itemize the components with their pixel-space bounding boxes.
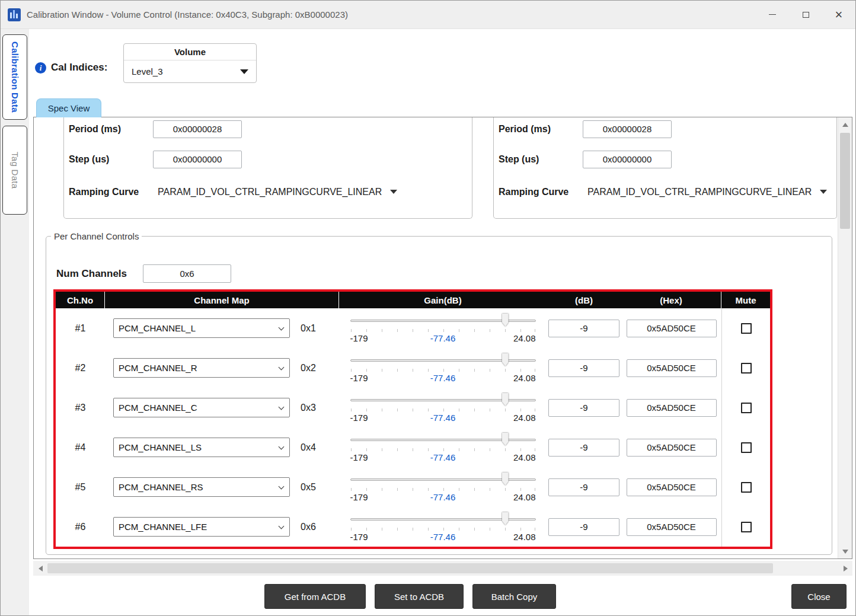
gain-slider-labels: -179 -77.46 24.08 [350, 492, 536, 504]
channel-map-select[interactable]: PCM_CHANNEL_R [113, 358, 290, 378]
gain-hex-input[interactable] [627, 478, 717, 496]
tab-spec-view[interactable]: Spec View [36, 98, 101, 117]
arrow-left-icon [39, 566, 43, 572]
gain-slider-thumb[interactable] [502, 353, 509, 366]
arrow-down-icon [842, 550, 848, 554]
gain-slider[interactable]: -179 -77.46 24.08 [350, 313, 536, 346]
horizontal-scrollbar-thumb[interactable] [47, 563, 773, 573]
mute-checkbox[interactable] [741, 363, 752, 374]
channel-map-select[interactable]: PCM_CHANNEL_RS [113, 477, 290, 497]
gain-slider-thumb[interactable] [502, 314, 509, 327]
mute-checkbox[interactable] [741, 522, 752, 532]
gain-slider-thumb[interactable] [502, 433, 509, 446]
step-input[interactable] [153, 151, 242, 168]
header-mute: Mute [721, 292, 770, 308]
scroll-right-button[interactable] [838, 561, 852, 576]
param-group-left: Period (ms) Step (us) Ramping Curve PARA… [63, 117, 472, 219]
channel-row: #3 PCM_CHANNEL_C 0x3 -179 -77.46 24.08 [56, 388, 770, 427]
slider-min-label: -179 [350, 373, 368, 383]
gain-slider-labels: -179 -77.46 24.08 [350, 333, 536, 345]
gain-slider[interactable]: -179 -77.46 24.08 [350, 432, 536, 465]
num-channels-input[interactable] [143, 264, 231, 283]
gain-db-input[interactable] [548, 359, 619, 377]
channel-map-cell: PCM_CHANNEL_C 0x3 [105, 398, 339, 417]
header-hex: (Hex) [621, 292, 721, 308]
calibration-window: Calibration Window - Volume Control (Ins… [0, 0, 856, 616]
gain-slider[interactable]: -179 -77.46 24.08 [350, 392, 536, 426]
gain-slider[interactable]: -179 -77.46 24.08 [350, 472, 536, 505]
arrow-right-icon [844, 566, 848, 572]
gain-slider-ticks [351, 528, 535, 531]
mute-checkbox[interactable] [741, 442, 752, 453]
minimize-button[interactable] [756, 1, 789, 28]
gain-slider[interactable]: -179 -77.46 24.08 [350, 512, 536, 545]
mute-checkbox[interactable] [741, 482, 752, 493]
vertical-scrollbar-thumb[interactable] [840, 133, 850, 229]
slider-mid-label: -77.46 [430, 532, 456, 542]
step-input[interactable] [583, 151, 672, 168]
vertical-scrollbar[interactable] [838, 117, 852, 558]
gain-slider-thumb[interactable] [502, 393, 509, 406]
channel-map-select[interactable]: PCM_CHANNEL_C [113, 398, 290, 417]
gain-hex-cell [621, 399, 721, 417]
gain-db-input[interactable] [548, 439, 619, 457]
gain-slider[interactable]: -179 -77.46 24.08 [350, 353, 536, 386]
channel-map-cell: PCM_CHANNEL_L 0x1 [105, 318, 339, 338]
num-channels-label: Num Channels [56, 268, 143, 280]
channel-map-value: 0x6 [301, 522, 316, 532]
gain-db-input[interactable] [548, 478, 619, 496]
ramping-curve-select[interactable]: PARAM_ID_VOL_CTRL_RAMPINGCURVE_LINEAR [158, 187, 397, 197]
gain-db-input[interactable] [548, 399, 619, 417]
batch-copy-button[interactable]: Batch Copy [472, 584, 556, 609]
gain-cell: -179 -77.46 24.08 [339, 470, 547, 505]
maximize-button[interactable] [789, 1, 822, 28]
slider-max-label: 24.08 [513, 333, 536, 343]
channel-map-cell: PCM_CHANNEL_LS 0x4 [105, 438, 339, 457]
scroll-left-button[interactable] [33, 561, 47, 576]
channel-map-select[interactable]: PCM_CHANNEL_L [113, 318, 290, 338]
channel-number: #1 [56, 323, 105, 334]
gain-db-cell [547, 518, 621, 536]
mute-checkbox[interactable] [741, 403, 752, 413]
window-close-button[interactable] [822, 1, 855, 28]
gain-hex-input[interactable] [627, 518, 717, 536]
scroll-up-button[interactable] [838, 117, 852, 132]
num-channels-row: Num Channels [56, 264, 231, 283]
gain-db-cell [547, 359, 621, 377]
gain-db-cell [547, 478, 621, 496]
channel-map-value: 0x3 [301, 403, 316, 413]
gain-db-input[interactable] [548, 320, 619, 337]
mute-checkbox[interactable] [741, 323, 752, 334]
gain-hex-input[interactable] [627, 439, 717, 457]
gain-hex-input[interactable] [627, 359, 717, 377]
gain-slider-labels: -179 -77.46 24.08 [350, 532, 536, 544]
table-header-row: Ch.No Channel Map Gain(dB) (dB) (Hex) Mu… [56, 292, 770, 308]
tab-tag-data[interactable]: Tag Data [2, 126, 27, 215]
slider-min-label: -179 [350, 492, 368, 502]
tab-calibration-data-label: Calibration Data [10, 42, 20, 113]
step-label: Step (us) [499, 154, 583, 165]
period-input[interactable] [583, 120, 672, 138]
ramping-curve-value: PARAM_ID_VOL_CTRL_RAMPINGCURVE_LINEAR [587, 187, 812, 197]
gain-slider-thumb[interactable] [502, 473, 509, 486]
channel-map-select[interactable]: PCM_CHANNEL_LS [113, 438, 290, 457]
close-button[interactable]: Close [791, 584, 847, 609]
volume-index-select[interactable]: Level_3 [124, 60, 256, 82]
period-input[interactable] [153, 120, 242, 138]
gain-hex-input[interactable] [627, 399, 717, 417]
ramping-curve-select[interactable]: PARAM_ID_VOL_CTRL_RAMPINGCURVE_LINEAR [587, 187, 827, 197]
scroll-down-button[interactable] [838, 544, 852, 558]
gain-slider-thumb[interactable] [502, 512, 509, 525]
gain-slider-labels: -179 -77.46 24.08 [350, 452, 536, 464]
gain-db-input[interactable] [548, 518, 619, 536]
ramping-curve-value: PARAM_ID_VOL_CTRL_RAMPINGCURVE_LINEAR [158, 187, 382, 197]
gain-db-cell [547, 439, 621, 457]
set-to-acdb-button[interactable]: Set to ACDB [375, 584, 464, 609]
get-from-acdb-button[interactable]: Get from ACDB [264, 584, 366, 609]
spec-view-panel: Period (ms) Step (us) Ramping Curve PARA… [33, 117, 852, 559]
gain-slider-ticks [351, 488, 535, 491]
horizontal-scrollbar[interactable] [33, 561, 852, 576]
gain-hex-input[interactable] [627, 320, 717, 337]
tab-calibration-data[interactable]: Calibration Data [2, 34, 27, 120]
channel-map-select[interactable]: PCM_CHANNEL_LFE [113, 517, 290, 537]
